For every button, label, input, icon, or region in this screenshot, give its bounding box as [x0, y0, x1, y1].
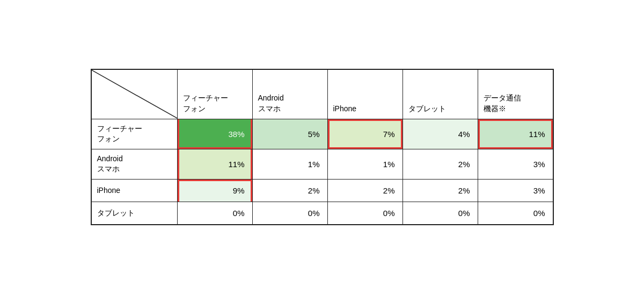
cell-r0-c0: 38% [177, 119, 252, 149]
main-table-wrapper: フィーチャーフォン Androidスマホ iPhone タブレット データ通信機… [91, 69, 554, 225]
data-table: フィーチャーフォン Androidスマホ iPhone タブレット データ通信機… [91, 69, 553, 225]
row-header-3: タブレット [91, 202, 177, 224]
table-row: Androidスマホ11%1%1%2%3% [91, 149, 553, 179]
table-row: iPhone9%2%2%2%3% [91, 179, 553, 202]
cell-r2-c2: 2% [327, 179, 402, 202]
cell-r0-c1: 5% [252, 119, 327, 149]
cell-r1-c1: 1% [252, 149, 327, 179]
cell-r3-c3: 0% [402, 202, 478, 224]
svg-line-0 [92, 70, 177, 118]
cell-r3-c0: 0% [177, 202, 252, 224]
cell-r3-c1: 0% [252, 202, 327, 224]
cell-r2-c1: 2% [252, 179, 327, 202]
cell-r1-c0: 11% [177, 149, 252, 179]
col-header-2: iPhone [327, 70, 402, 119]
header-row: フィーチャーフォン Androidスマホ iPhone タブレット データ通信機… [91, 70, 553, 119]
table-body: フィーチャーフォン38%5%7%4%11%Androidスマホ11%1%1%2%… [91, 119, 553, 224]
row-header-0: フィーチャーフォン [91, 119, 177, 149]
col-header-0: フィーチャーフォン [177, 70, 252, 119]
row-header-2: iPhone [91, 179, 177, 202]
col-header-1: Androidスマホ [252, 70, 327, 119]
cell-r1-c3: 2% [402, 149, 478, 179]
cell-r2-c4: 3% [478, 179, 553, 202]
corner-cell [91, 70, 177, 119]
row-header-1: Androidスマホ [91, 149, 177, 179]
cell-r1-c2: 1% [327, 149, 402, 179]
cell-r0-c4: 11% [478, 119, 553, 149]
cell-r0-c2: 7% [327, 119, 402, 149]
cell-r2-c3: 2% [402, 179, 478, 202]
table-row: タブレット0%0%0%0%0% [91, 202, 553, 224]
table-row: フィーチャーフォン38%5%7%4%11% [91, 119, 553, 149]
col-header-4: データ通信機器※ [478, 70, 553, 119]
cell-r3-c2: 0% [327, 202, 402, 224]
cell-r3-c4: 0% [478, 202, 553, 224]
col-header-3: タブレット [402, 70, 478, 119]
cell-r2-c0: 9% [177, 179, 252, 202]
cell-r1-c4: 3% [478, 149, 553, 179]
cell-r0-c3: 4% [402, 119, 478, 149]
